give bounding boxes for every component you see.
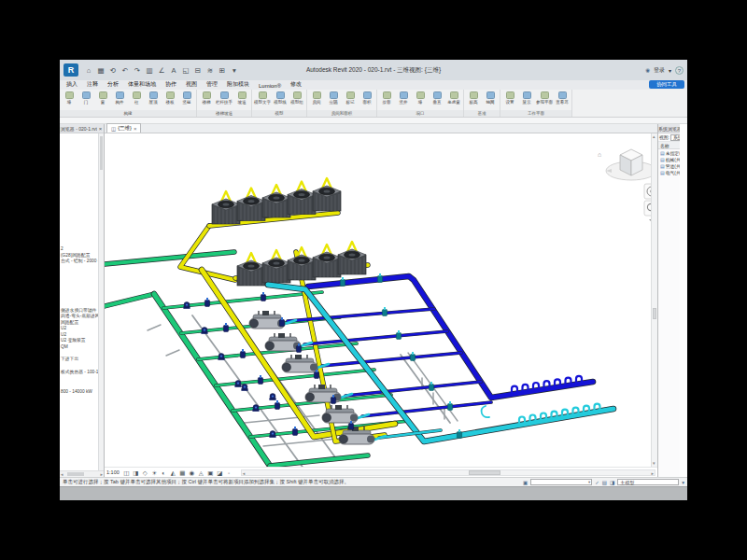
ribbon-button[interactable]: 设置 bbox=[502, 91, 517, 105]
qat-icon[interactable]: ◱ bbox=[181, 65, 190, 76]
qat-icon[interactable]: ⊞ bbox=[218, 65, 227, 76]
ribbon-tab[interactable]: 分析 bbox=[103, 79, 123, 90]
view-control-icon[interactable]: ☀ bbox=[150, 469, 159, 477]
ribbon-button[interactable]: 门 bbox=[78, 91, 93, 105]
ribbon-button[interactable]: 按面 bbox=[379, 91, 394, 105]
qat-icon[interactable]: ⊟ bbox=[193, 65, 203, 76]
view-control-icon[interactable]: ◨ bbox=[132, 469, 140, 477]
scroll-right-icon[interactable]: ▸ bbox=[651, 470, 654, 477]
ribbon-button[interactable]: 屋顶 bbox=[146, 91, 161, 105]
system-browser-row[interactable]: ▤ 电气(共 5) bbox=[658, 169, 680, 175]
qat-icon[interactable]: ≋ bbox=[205, 65, 215, 76]
qat-icon[interactable]: ⌂ bbox=[84, 65, 93, 76]
view-control-icon[interactable]: ◪ bbox=[216, 469, 224, 477]
canvas-vscrollbar[interactable]: ▴ ▾ bbox=[651, 133, 657, 467]
cooling-tower-row-2[interactable] bbox=[237, 242, 366, 286]
ribbon-button[interactable]: 模型组 bbox=[289, 91, 304, 105]
cooling-tower-row-1[interactable] bbox=[212, 178, 341, 224]
editable-only-check-icon[interactable]: ✓ bbox=[595, 480, 599, 485]
scroll-down-icon[interactable]: ▾ bbox=[653, 460, 655, 467]
ribbon-button[interactable]: 标记 bbox=[343, 91, 358, 105]
view-control-icon[interactable]: ◇ bbox=[141, 469, 149, 477]
ribbon-button[interactable]: 竖井 bbox=[396, 91, 411, 105]
name-column-header[interactable]: 名称 bbox=[658, 142, 680, 149]
status-icon-2[interactable]: ◨ bbox=[610, 480, 614, 485]
qat-icon[interactable]: ↶ bbox=[120, 65, 130, 76]
qat-icon[interactable]: ∠ bbox=[157, 65, 166, 76]
pipes-yellow[interactable] bbox=[180, 213, 395, 441]
ribbon-button[interactable]: 墙 bbox=[62, 91, 77, 105]
qat-icon[interactable]: ▦ bbox=[96, 65, 106, 76]
view-selector-dropdown[interactable]: 系统 bbox=[670, 134, 680, 141]
ribbon-button[interactable]: 模型文字 bbox=[254, 91, 271, 105]
ribbon-button[interactable]: 房间 bbox=[309, 91, 324, 105]
ribbon-button[interactable]: 垂直 bbox=[430, 91, 444, 105]
ribbon-button[interactable]: 显示 bbox=[519, 91, 534, 105]
close-icon[interactable]: × bbox=[97, 126, 104, 132]
view-control-icon[interactable]: ▣ bbox=[206, 469, 215, 477]
scale-button[interactable]: 1:100 bbox=[106, 469, 120, 475]
system-browser-row[interactable]: ▤ 未指定(共 30) bbox=[658, 149, 680, 156]
scroll-up-icon[interactable]: ▴ bbox=[653, 133, 655, 140]
ribbon-tab[interactable]: 管理 bbox=[202, 79, 222, 90]
pipes-gray[interactable] bbox=[148, 303, 458, 467]
view-control-icon[interactable]: ◫ bbox=[122, 469, 131, 477]
view-tab-3d[interactable]: ◫ {三维} × bbox=[106, 123, 141, 133]
close-icon[interactable]: × bbox=[134, 126, 137, 132]
view-control-icon[interactable]: ◭ bbox=[169, 469, 177, 477]
ribbon-button[interactable]: 窗 bbox=[95, 91, 110, 105]
view-control-icon[interactable]: ▦ bbox=[178, 469, 187, 477]
system-browser-row[interactable]: ▤ 管道(共 9) bbox=[658, 162, 680, 169]
ribbon-button[interactable]: 栏杆扶手 bbox=[216, 91, 233, 105]
scroll-left-icon[interactable]: ◂ bbox=[61, 471, 63, 478]
qat-icon[interactable]: ▥ bbox=[145, 65, 154, 76]
ribbon-button[interactable]: 柱 bbox=[129, 91, 144, 105]
qat-icon[interactable]: ↷ bbox=[133, 65, 142, 76]
collab-plugin-button[interactable]: 协同工具 bbox=[649, 80, 684, 89]
ribbon-button[interactable]: 查看器 bbox=[555, 91, 570, 105]
drawing-area[interactable]: ⌂ ▴ ▾ bbox=[105, 133, 657, 467]
ribbon-button[interactable]: 标高 bbox=[466, 91, 481, 105]
ribbon-tab[interactable]: 协作 bbox=[161, 79, 181, 90]
canvas-hscrollbar[interactable]: ◂ ▸ bbox=[241, 469, 655, 476]
ribbon-tab[interactable]: 体量和场地 bbox=[123, 79, 161, 90]
ribbon-tab[interactable]: 视图 bbox=[181, 79, 202, 90]
project-browser-vscrollbar[interactable] bbox=[98, 133, 104, 470]
ribbon-button[interactable]: 楼板 bbox=[162, 91, 177, 105]
scroll-right-icon[interactable]: ▸ bbox=[100, 471, 103, 478]
ribbon-button[interactable]: 坡道 bbox=[234, 91, 249, 105]
project-browser-hscrollbar[interactable]: ◂ ▸ bbox=[60, 470, 104, 477]
system-browser-row[interactable]: ▤ 机械(共 7) bbox=[658, 156, 680, 162]
ribbon-button[interactable]: 墙 bbox=[413, 91, 428, 105]
view-control-icon[interactable]: ◐ bbox=[160, 469, 168, 477]
ribbon-tab[interactable]: Lumion® bbox=[254, 82, 286, 90]
status-icon-1[interactable]: ▤ bbox=[602, 480, 607, 485]
worksets-dropdown[interactable]: ▾ bbox=[530, 479, 592, 485]
qat-icon[interactable]: A bbox=[169, 65, 178, 76]
signin-caret-icon[interactable]: ▾ bbox=[669, 67, 671, 74]
ribbon-tab[interactable]: 附加模块 bbox=[222, 79, 254, 90]
view-control-icon[interactable]: ◦ bbox=[225, 469, 233, 477]
filter-caret-icon[interactable]: ▾ bbox=[682, 480, 684, 485]
help-icon[interactable]: ? bbox=[675, 66, 684, 75]
ribbon-button[interactable]: 轴网 bbox=[483, 91, 498, 105]
ribbon-button[interactable]: 面积 bbox=[359, 91, 374, 105]
ribbon-tab[interactable]: 插入 bbox=[62, 79, 82, 90]
scroll-left-icon[interactable]: ◂ bbox=[243, 470, 246, 477]
ribbon-button[interactable]: 楼梯 bbox=[199, 91, 214, 105]
ribbon-button[interactable]: 构件 bbox=[112, 91, 127, 105]
ribbon-button[interactable]: 参照平面 bbox=[536, 91, 553, 105]
view-control-icon[interactable]: ◉ bbox=[188, 469, 196, 477]
qat-icon[interactable]: ⟲ bbox=[108, 65, 118, 76]
ribbon-button[interactable]: 竖梃 bbox=[179, 91, 194, 105]
user-icon[interactable]: ◉ bbox=[645, 67, 650, 73]
view-control-icon[interactable]: ◬ bbox=[197, 469, 205, 477]
viewcube[interactable]: ⌂ bbox=[598, 149, 656, 180]
qat-icon[interactable]: ▾ bbox=[230, 65, 239, 76]
design-options-dropdown[interactable]: 主模型 bbox=[617, 479, 679, 485]
ribbon-tab[interactable]: 修改 bbox=[286, 79, 306, 90]
worksets-icon[interactable]: ▣ bbox=[523, 480, 528, 485]
ribbon-tab[interactable]: 注释 bbox=[82, 79, 103, 90]
ribbon-button[interactable]: 老虎窗 bbox=[446, 91, 461, 105]
ribbon-button[interactable]: 分隔 bbox=[326, 91, 341, 105]
